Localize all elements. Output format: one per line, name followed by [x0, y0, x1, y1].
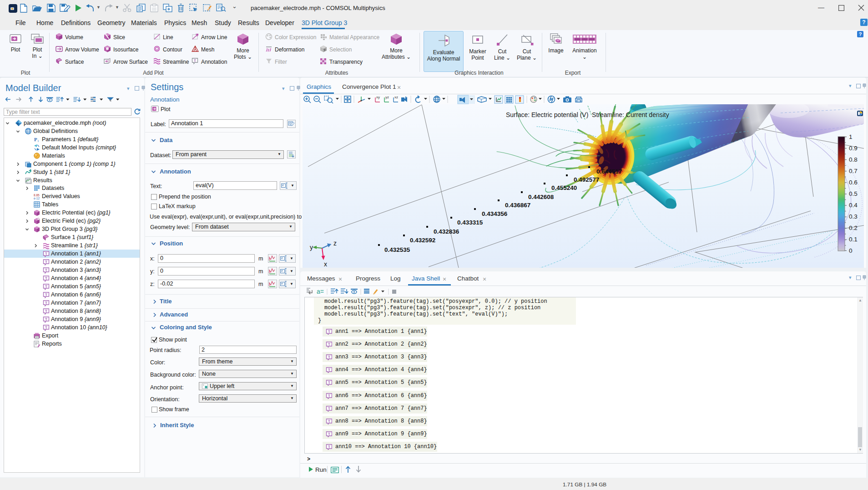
svg-text:0.2: 0.2 — [849, 225, 858, 231]
svg-text:0.8: 0.8 — [849, 156, 858, 163]
svg-text:0.1: 0.1 — [849, 236, 858, 243]
svg-text:0.9: 0.9 — [849, 145, 858, 152]
svg-text:0.432836: 0.432836 — [434, 228, 459, 235]
svg-text:a=: a= — [317, 288, 324, 295]
svg-text:0.492577: 0.492577 — [574, 176, 599, 183]
svg-text:y: y — [310, 244, 313, 251]
svg-text:xy: xy — [376, 95, 380, 99]
svg-text:1: 1 — [849, 133, 853, 140]
svg-text:x: x — [324, 260, 327, 268]
svg-text:0.3: 0.3 — [849, 213, 858, 220]
svg-text:0.7: 0.7 — [849, 168, 858, 174]
svg-text:0.432592: 0.432592 — [410, 237, 435, 244]
svg-text:0.436867: 0.436867 — [505, 202, 530, 209]
svg-text:Surface: Electric potential (V: Surface: Electric potential (V) Streamli… — [506, 111, 669, 118]
svg-text:0.442608: 0.442608 — [528, 194, 554, 200]
svg-text:0.433315: 0.433315 — [457, 219, 483, 226]
svg-text:xz: xz — [394, 95, 398, 99]
svg-text:0.5: 0.5 — [849, 190, 858, 197]
svg-text:z: z — [333, 240, 337, 247]
svg-text:yz: yz — [385, 95, 389, 99]
svg-text:0.432535: 0.432535 — [384, 246, 410, 253]
svg-text:0.6: 0.6 — [849, 179, 858, 186]
svg-text:0: 0 — [849, 247, 853, 254]
svg-text:0.644517: 0.644517 — [596, 168, 622, 175]
svg-text:0.455240: 0.455240 — [551, 184, 577, 191]
svg-text:0.434356: 0.434356 — [482, 210, 508, 217]
svg-text:0.4: 0.4 — [849, 202, 858, 209]
